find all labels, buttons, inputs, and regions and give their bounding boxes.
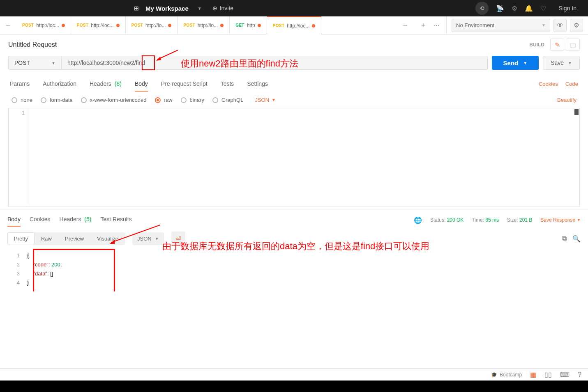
send-label: Send xyxy=(503,60,519,66)
resp-tab-body[interactable]: Body xyxy=(7,213,21,227)
resp-tab-tests[interactable]: Test Results xyxy=(100,213,131,227)
request-tab[interactable]: POSThttp://loc... xyxy=(71,16,126,34)
invite-button[interactable]: ⊕ Invite xyxy=(208,3,238,13)
comment-button[interactable]: ▢ xyxy=(566,39,580,51)
chevron-down-icon: ▼ xyxy=(523,61,527,65)
radio-icon xyxy=(155,97,161,103)
request-tab[interactable]: POSThttp://lo... xyxy=(178,16,230,34)
response-view-controls: Pretty Raw Preview Visualize JSON▼ ⏎ ⧉ 🔍 xyxy=(0,227,588,247)
tab-nav-prev[interactable]: ← xyxy=(0,22,16,29)
tab-tests[interactable]: Tests xyxy=(221,76,234,91)
comment-icon: ▢ xyxy=(570,41,576,49)
wrap-icon: ⏎ xyxy=(175,235,181,243)
request-body-editor[interactable]: 1 xyxy=(8,108,580,206)
tab-authorization[interactable]: Authorization xyxy=(43,76,76,91)
tab-body[interactable]: Body xyxy=(135,76,148,91)
tab-method: POST xyxy=(131,23,143,28)
radio-urlencoded[interactable]: x-www-form-urlencoded xyxy=(81,97,147,103)
environment-section: No Environment ▼ 👁 ⚙ xyxy=(446,16,588,34)
editor-content[interactable] xyxy=(29,108,579,206)
chevron-down-icon: ▼ xyxy=(51,61,55,65)
view-raw[interactable]: Raw xyxy=(35,232,58,245)
editor-gutter: 1 xyxy=(9,108,29,206)
search-button[interactable]: 🔍 xyxy=(572,235,581,243)
beautify-button[interactable]: Beautify xyxy=(557,97,576,103)
resp-tab-headers[interactable]: Headers (5) xyxy=(60,213,92,227)
dirty-dot-icon xyxy=(258,24,261,27)
response-gutter: 1 2 3 4 xyxy=(7,250,24,289)
tabs-row: ← POSThttp://loc... POSThttp://loc... PO… xyxy=(0,16,446,34)
tab-prerequest[interactable]: Pre-request Script xyxy=(161,76,208,91)
edit-button[interactable]: ✎ xyxy=(550,39,564,51)
tab-method: POST xyxy=(77,23,88,28)
heart-icon[interactable]: ♡ xyxy=(540,5,546,12)
tab-headers[interactable]: Headers (8) xyxy=(90,76,122,91)
chevron-down-icon: ▼ xyxy=(577,218,581,222)
view-pretty[interactable]: Pretty xyxy=(7,232,35,245)
cookies-link[interactable]: Cookies xyxy=(539,81,558,87)
radio-raw[interactable]: raw xyxy=(155,97,173,103)
new-tab-button[interactable]: ＋ xyxy=(418,19,428,31)
tab-more-button[interactable]: ⋯ xyxy=(431,20,441,31)
sync-icon: ⟲ xyxy=(480,5,484,11)
method-select[interactable]: POST ▼ xyxy=(8,56,62,70)
dirty-dot-icon xyxy=(62,24,65,27)
radio-binary[interactable]: binary xyxy=(181,97,204,103)
workspace-icon: ⊞ xyxy=(134,5,139,11)
satellite-icon[interactable]: 📡 xyxy=(496,5,504,12)
resp-tab-cookies[interactable]: Cookies xyxy=(30,213,51,227)
body-format-select[interactable]: JSON▼ xyxy=(255,97,276,103)
response-format-select[interactable]: JSON▼ xyxy=(132,232,164,245)
request-tab[interactable]: GEThttp xyxy=(230,16,267,34)
signin-button[interactable]: Sign In xyxy=(553,2,581,14)
notification-icon[interactable]: 🔔 xyxy=(525,5,533,12)
environment-select[interactable]: No Environment ▼ xyxy=(452,19,550,32)
send-button[interactable]: Send ▼ xyxy=(492,56,539,70)
workspace-name[interactable]: My Workspace xyxy=(145,5,189,12)
chevron-down-icon: ▼ xyxy=(155,236,159,241)
radio-icon xyxy=(212,97,218,103)
chevron-down-icon: ▼ xyxy=(272,98,276,102)
save-button[interactable]: Save ▼ xyxy=(543,56,580,70)
wrap-lines-button[interactable]: ⏎ xyxy=(171,232,185,245)
tab-name: http://loc... xyxy=(287,23,309,29)
save-response-button[interactable]: Save Response ▼ xyxy=(540,217,581,223)
request-tab-active[interactable]: POSThttp://loc... xyxy=(267,16,322,34)
tab-settings[interactable]: Settings xyxy=(247,76,268,91)
radio-graphql[interactable]: GraphQL xyxy=(212,97,243,103)
tabs-container: POSThttp://loc... POSThttp://loc... POST… xyxy=(16,16,397,34)
settings-icon[interactable]: ⚙ xyxy=(512,5,517,12)
env-preview-button[interactable]: 👁 xyxy=(553,19,567,32)
request-tab[interactable]: POSThttp://loc... xyxy=(16,16,71,34)
request-tab[interactable]: POSThttp://lo... xyxy=(126,16,178,34)
copy-button[interactable]: ⧉ xyxy=(562,235,567,243)
request-tabs: Params Authorization Headers (8) Body Pr… xyxy=(0,76,588,92)
dirty-dot-icon xyxy=(116,24,120,27)
env-settings-button[interactable]: ⚙ xyxy=(570,19,583,32)
status-value: 200 OK xyxy=(447,217,464,223)
globe-icon[interactable]: 🌐 xyxy=(414,216,422,224)
radio-formdata[interactable]: form-data xyxy=(41,97,73,103)
method-value: POST xyxy=(14,60,30,66)
headers-count: (8) xyxy=(115,80,122,87)
response-content[interactable]: { "code": 200, "data": [] } xyxy=(24,250,65,289)
view-mode-tabs: Pretty Raw Preview Visualize xyxy=(7,232,125,245)
code-link[interactable]: Code xyxy=(565,81,578,87)
sliders-icon: ⚙ xyxy=(574,21,579,29)
chevron-down-icon[interactable]: ▼ xyxy=(198,6,202,11)
sync-button[interactable]: ⟲ xyxy=(475,2,489,15)
body-type-selector: none form-data x-www-form-urlencoded raw… xyxy=(0,92,588,108)
url-input[interactable] xyxy=(62,56,488,70)
time-label: Time: 85 ms xyxy=(472,217,499,223)
request-title[interactable]: Untitled Request xyxy=(8,41,529,48)
radio-none[interactable]: none xyxy=(12,97,32,103)
view-preview[interactable]: Preview xyxy=(58,232,90,245)
app-topbar: ⊞ My Workspace ▼ ⊕ Invite ⟲ 📡 ⚙ 🔔 ♡ Sign… xyxy=(0,0,588,16)
tab-params[interactable]: Params xyxy=(10,76,30,91)
view-visualize[interactable]: Visualize xyxy=(90,232,125,245)
tab-nav-next[interactable]: → xyxy=(397,22,413,29)
save-label: Save xyxy=(551,60,564,66)
build-label[interactable]: BUILD xyxy=(529,42,544,48)
radio-icon xyxy=(12,97,17,103)
radio-icon xyxy=(41,97,46,103)
